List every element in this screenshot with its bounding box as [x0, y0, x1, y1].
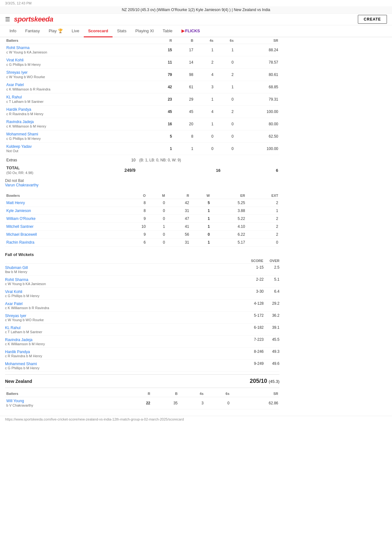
sixes: 0	[205, 397, 231, 409]
list-item: Axar Patel c K Williamson b R Ravindra 4…	[5, 300, 279, 312]
fow-player-link[interactable]: Shubman Gill	[5, 265, 28, 270]
maidens: 1	[147, 223, 166, 231]
bowler-link[interactable]: Kyle Jamieson	[6, 209, 31, 213]
fow-score: 6-182	[248, 325, 264, 330]
fow-over: 49.3	[270, 349, 279, 354]
top-bar: ☰ sportskeeda CREATE	[0, 14, 392, 25]
maidens: 0	[147, 239, 166, 246]
balls: 29	[173, 93, 194, 106]
fow-player-link[interactable]: Shreyas Iyer	[5, 314, 26, 318]
fow-score: 8-246	[248, 349, 264, 354]
player-link[interactable]: Mohammed Shami	[6, 132, 38, 136]
fours: 0	[194, 143, 215, 155]
player-link[interactable]: Virat Kohli	[6, 58, 23, 62]
fow-player-link[interactable]: Rohit Sharma	[5, 278, 28, 282]
runs-conceded: 41	[166, 223, 190, 231]
table-row: Will Young b V Chakravarthy 22 35 3 0 62…	[5, 397, 279, 409]
bowler-link[interactable]: Matt Henry	[6, 201, 25, 205]
fow-score: 9-249	[248, 361, 264, 366]
create-button[interactable]: CREATE	[358, 15, 387, 24]
tab-flicks[interactable]: ▶ FLICKS	[177, 25, 205, 37]
balls: 17	[173, 44, 194, 56]
fours: 4	[194, 69, 215, 81]
sixes: 0	[215, 118, 235, 130]
player-link[interactable]: Axar Patel	[6, 83, 24, 87]
tab-stats[interactable]: Stats	[113, 25, 131, 37]
balls: 45	[173, 106, 194, 118]
bowlers-col-header: Bowlers	[5, 192, 123, 199]
overs: 9	[123, 215, 147, 223]
overs: 6	[123, 239, 147, 246]
fow-player-link[interactable]: Axar Patel	[5, 302, 22, 306]
balls: 1	[173, 143, 194, 155]
player-link[interactable]: Will Young	[6, 399, 24, 403]
bowler-link[interactable]: Mitchell Santner	[6, 224, 34, 229]
tab-playing11[interactable]: Playing XI	[131, 25, 158, 37]
col-6s: 6s	[215, 37, 235, 44]
fow-score-col: SCORE	[248, 259, 263, 263]
extras: 1	[246, 207, 279, 215]
tab-fantasy[interactable]: Fantasy	[21, 25, 44, 37]
runs-conceded: 47	[166, 215, 190, 223]
dismissal-text: c G Phillips b M Henry	[6, 137, 41, 140]
tab-table[interactable]: Table	[158, 25, 177, 37]
dismissal-text: c W Young b KA Jamieson	[6, 50, 47, 54]
list-item: Virat Kohli c G Phillips b M Henry 3-30 …	[5, 288, 279, 300]
fow-over: 29.2	[270, 301, 279, 306]
runs: 22	[124, 397, 152, 409]
runs: 16	[152, 118, 173, 130]
fow-player-link[interactable]: Ravindra Jadeja	[5, 338, 33, 342]
fow-player-link[interactable]: Virat Kohli	[5, 290, 22, 294]
total-score: 249/9	[95, 164, 137, 177]
bowler-link[interactable]: Michael Bracewell	[6, 232, 37, 237]
list-item: Rohit Sharma c W Young b KA Jamieson 2-2…	[5, 276, 279, 288]
fow-score: 7-223	[248, 337, 264, 342]
total-info: (50 Ov, RR: 4.98)	[6, 171, 33, 175]
player-link[interactable]: Rohit Sharma	[6, 46, 29, 50]
tab-scorecard[interactable]: Scorecard	[84, 25, 113, 37]
hamburger-menu[interactable]: ☰	[5, 16, 10, 23]
maidens: 0	[147, 207, 166, 215]
total-6s: 6	[222, 164, 279, 177]
fow-over: 5.1	[270, 277, 279, 282]
economy: 5.17	[211, 239, 247, 246]
fow-dismissal: c T Latham b M Santner	[5, 330, 248, 334]
fow-player-link[interactable]: Hardik Pandya	[5, 350, 30, 354]
fours: 1	[194, 44, 215, 56]
overs: 9	[123, 231, 147, 239]
runs: 1	[152, 143, 173, 155]
economy: 4.10	[211, 223, 247, 231]
player-link[interactable]: Ravindra Jadeja	[6, 120, 34, 124]
player-link[interactable]: Hardik Pandya	[6, 107, 31, 112]
maidens: 0	[147, 215, 166, 223]
site-logo[interactable]: sportskeeda	[14, 15, 53, 23]
fours: 3	[179, 397, 205, 409]
player-link[interactable]: Kuldeep Yadav	[6, 144, 32, 149]
overs: 8	[123, 199, 147, 207]
player-link[interactable]: KL Rahul	[6, 95, 22, 99]
nz-team-score: 205/10 (45.3)	[250, 378, 279, 384]
economy: 5.22	[211, 215, 247, 223]
strike-rate: 62.50	[235, 130, 279, 143]
tab-live[interactable]: Live	[67, 25, 84, 37]
table-row: Matt Henry 8 0 42 5 5.25 2	[5, 199, 279, 207]
extras-detail: (B: 1, LB: 0, NB: 0, W: 9)	[137, 156, 279, 164]
fow-player-link[interactable]: Mohammed Shami	[5, 362, 37, 366]
balls: 35	[151, 397, 179, 409]
tab-info[interactable]: Info	[5, 25, 21, 37]
table-row: Kuldeep Yadav Not Out 1 1 0 0 100.00	[5, 143, 279, 155]
tab-play[interactable]: Play 🏆	[44, 25, 67, 37]
fow-player-link[interactable]: KL Rahul	[5, 326, 21, 330]
did-not-bat-player[interactable]: Varun Chakravarthy	[5, 183, 39, 187]
sixes: 0	[215, 93, 235, 106]
sixes: 2	[215, 69, 235, 81]
player-link[interactable]: Shreyas Iyer	[6, 70, 28, 75]
bowler-link[interactable]: William O'Rourke	[6, 216, 35, 221]
runs: 23	[152, 93, 173, 106]
wickets: 5	[190, 199, 211, 207]
bowler-link[interactable]: Rachin Ravindra	[6, 240, 34, 245]
balls: 61	[173, 81, 194, 93]
nz-col-b: B	[151, 390, 179, 397]
fow-dismissal: c R Ravindra b M Henry	[5, 354, 248, 358]
strike-rate: 62.86	[231, 397, 279, 409]
